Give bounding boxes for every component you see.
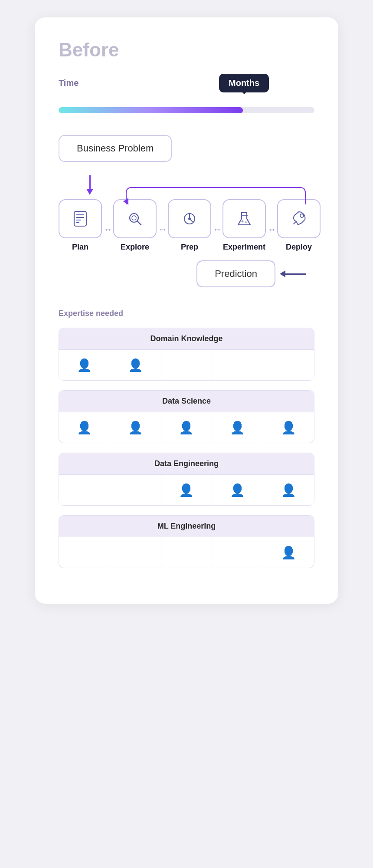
expertise-header-domain: Domain Knowledge [59,328,314,349]
step-box-experiment [222,199,266,238]
prediction-arrow [280,270,306,277]
expertise-cell-de-2 [110,475,161,505]
down-arrow-head [86,189,93,195]
expertise-cell-de-5: 👤 [263,475,314,505]
expertise-cell-ds-3: 👤 [161,412,213,443]
person-icon: 👤 [281,483,296,497]
down-arrow [88,175,93,195]
expertise-title: Expertise needed [59,309,314,318]
person-icon: 👤 [281,421,296,435]
double-arrow-icon: ↔ [104,224,111,234]
expertise-cell-ml-5: 👤 [263,537,314,568]
double-arrow-icon: ↔ [158,224,166,234]
step-label-plan: Plan [72,243,88,252]
deploy-icon [289,209,308,228]
expertise-table-dataeng: Data Engineering 👤 👤 👤 [59,453,314,506]
expertise-cells-mleng: 👤 [59,537,314,568]
expertise-cell-ml-4 [212,537,263,568]
top-curve-arrow [126,187,306,204]
expertise-cell-ds-1: 👤 [59,412,110,443]
expertise-cells-dataeng: 👤 👤 👤 [59,474,314,505]
double-arrow-icon: ↔ [268,224,275,234]
expertise-table-mleng: ML Engineering 👤 [59,515,314,568]
business-problem-wrap: Business Problem [59,135,314,162]
prediction-wrap: Prediction [59,260,314,287]
person-icon: 👤 [128,421,143,435]
step-label-prep: Prep [181,243,198,252]
person-icon: 👤 [179,421,194,435]
step-label-deploy: Deploy [286,243,312,252]
expertise-header-dataeng: Data Engineering [59,453,314,474]
step-explore: Explore [113,199,157,252]
svg-point-11 [242,220,244,223]
svg-point-13 [300,214,304,217]
person-icon: 👤 [281,546,296,560]
expertise-cell-domain-3 [161,350,213,380]
svg-line-6 [137,221,141,225]
expertise-cell-domain-2: 👤 [110,350,161,380]
svg-rect-0 [74,211,86,226]
person-icon: 👤 [230,483,245,497]
plan-icon [71,209,90,228]
expertise-cell-de-1 [59,475,110,505]
expertise-cell-de-3: 👤 [161,475,213,505]
expertise-cell-domain-5 [263,350,314,380]
business-problem-box: Business Problem [59,135,172,162]
steps-row: Plan ↔ Explore ↔ [59,199,314,252]
step-experiment: Experiment [222,199,266,252]
time-label: Time [59,78,314,88]
person-icon: 👤 [77,358,92,372]
step-deploy: Deploy [277,199,321,252]
prep-icon [180,209,199,228]
connector-experiment-deploy: ↔ [266,224,277,252]
step-plan: Plan [59,199,102,252]
time-section: Time Months [59,78,314,113]
expertise-section: Expertise needed Domain Knowledge 👤 👤 Da… [59,309,314,568]
progress-bar-background [59,107,314,113]
step-box-plan [59,199,102,238]
expertise-cell-ds-2: 👤 [110,412,161,443]
expertise-header-datascience: Data Science [59,391,314,412]
connector-explore-prep: ↔ [157,224,168,252]
expertise-table-domain: Domain Knowledge 👤 👤 [59,328,314,381]
person-icon: 👤 [128,358,143,372]
pred-arrow-line [284,273,306,275]
expertise-cell-de-4: 👤 [212,475,263,505]
main-card: Before Time Months Business Problem [35,17,338,604]
double-arrow-icon: ↔ [213,224,221,234]
step-prep: Prep [168,199,211,252]
expertise-cell-ds-5: 👤 [263,412,314,443]
expertise-cell-ml-2 [110,537,161,568]
prediction-box: Prediction [196,260,275,287]
expertise-cell-ml-1 [59,537,110,568]
progress-bar-fill [59,107,243,113]
expertise-cell-ml-3 [161,537,213,568]
connector-prep-experiment: ↔ [211,224,222,252]
step-label-explore: Explore [121,243,149,252]
expertise-cells-datascience: 👤 👤 👤 👤 👤 [59,412,314,443]
svg-point-9 [188,217,191,220]
connector-plan-explore: ↔ [102,224,113,252]
person-icon: 👤 [179,483,194,497]
person-icon: 👤 [77,421,92,435]
pipeline-section: Plan ↔ Explore ↔ [59,199,314,252]
expertise-cells-domain: 👤 👤 [59,349,314,380]
expertise-cell-domain-4 [212,350,263,380]
top-curve-arrow-left-head [123,198,128,205]
experiment-icon [235,209,254,228]
step-label-experiment: Experiment [223,243,265,252]
step-box-deploy [277,199,321,238]
expertise-cell-ds-4: 👤 [212,412,263,443]
step-box-prep [168,199,211,238]
svg-point-7 [132,216,136,220]
explore-icon [125,209,144,228]
person-icon: 👤 [230,421,245,435]
svg-point-12 [245,221,247,223]
expertise-table-datascience: Data Science 👤 👤 👤 👤 👤 [59,390,314,443]
expertise-header-mleng: ML Engineering [59,516,314,537]
step-box-explore [113,199,157,238]
expertise-cell-domain-1: 👤 [59,350,110,380]
before-title: Before [59,39,314,61]
months-tooltip: Months [219,74,269,92]
down-arrow-line [89,175,91,189]
